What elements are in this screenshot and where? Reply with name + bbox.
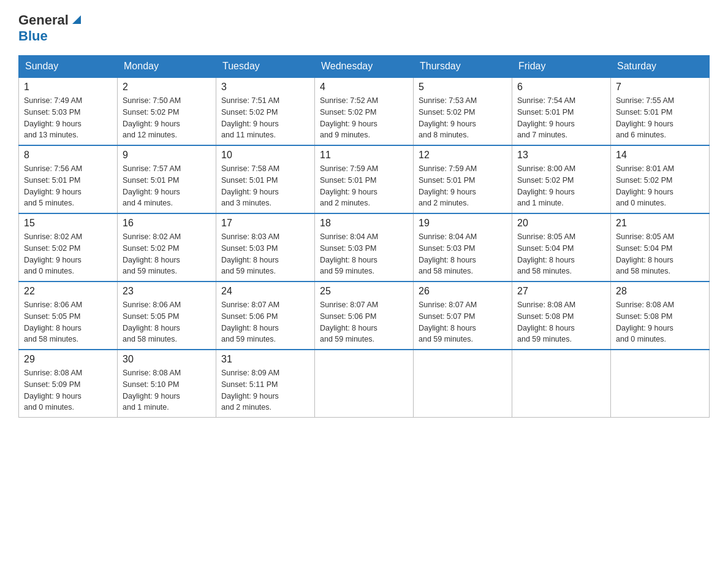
calendar-cell: 22 Sunrise: 8:06 AM Sunset: 5:05 PM Dayl… xyxy=(19,282,118,350)
weekday-header-wednesday: Wednesday xyxy=(315,56,414,78)
day-number: 24 xyxy=(221,286,309,297)
page-header: General Blue xyxy=(18,12,710,44)
day-info: Sunrise: 8:07 AM Sunset: 5:06 PM Dayligh… xyxy=(221,299,309,345)
calendar-cell: 14 Sunrise: 8:01 AM Sunset: 5:02 PM Dayl… xyxy=(611,145,710,213)
calendar-cell: 23 Sunrise: 8:06 AM Sunset: 5:05 PM Dayl… xyxy=(118,282,216,350)
week-row-5: 29 Sunrise: 8:08 AM Sunset: 5:09 PM Dayl… xyxy=(19,350,710,418)
day-number: 2 xyxy=(123,82,211,93)
day-info: Sunrise: 8:06 AM Sunset: 5:05 PM Dayligh… xyxy=(24,299,112,345)
day-number: 13 xyxy=(517,150,605,161)
day-number: 16 xyxy=(123,218,211,229)
calendar-cell xyxy=(414,350,512,418)
calendar-cell: 4 Sunrise: 7:52 AM Sunset: 5:02 PM Dayli… xyxy=(315,77,414,145)
day-info: Sunrise: 8:05 AM Sunset: 5:04 PM Dayligh… xyxy=(616,231,704,277)
day-info: Sunrise: 8:02 AM Sunset: 5:02 PM Dayligh… xyxy=(123,231,211,277)
calendar-cell: 13 Sunrise: 8:00 AM Sunset: 5:02 PM Dayl… xyxy=(512,145,611,213)
calendar-cell: 17 Sunrise: 8:03 AM Sunset: 5:03 PM Dayl… xyxy=(216,213,315,282)
day-number: 1 xyxy=(24,82,112,93)
day-info: Sunrise: 8:05 AM Sunset: 5:04 PM Dayligh… xyxy=(517,231,605,277)
calendar-cell: 16 Sunrise: 8:02 AM Sunset: 5:02 PM Dayl… xyxy=(118,213,216,282)
day-info: Sunrise: 8:04 AM Sunset: 5:03 PM Dayligh… xyxy=(320,231,408,277)
day-info: Sunrise: 8:08 AM Sunset: 5:08 PM Dayligh… xyxy=(616,299,704,345)
calendar-cell: 9 Sunrise: 7:57 AM Sunset: 5:01 PM Dayli… xyxy=(118,145,216,213)
calendar-cell: 18 Sunrise: 8:04 AM Sunset: 5:03 PM Dayl… xyxy=(315,213,414,282)
day-number: 18 xyxy=(320,218,408,229)
weekday-header-friday: Friday xyxy=(512,56,611,78)
week-row-3: 15 Sunrise: 8:02 AM Sunset: 5:02 PM Dayl… xyxy=(19,213,710,282)
calendar-cell: 26 Sunrise: 8:07 AM Sunset: 5:07 PM Dayl… xyxy=(414,282,512,350)
svg-marker-0 xyxy=(72,15,81,24)
day-info: Sunrise: 7:57 AM Sunset: 5:01 PM Dayligh… xyxy=(123,163,211,209)
calendar-cell: 28 Sunrise: 8:08 AM Sunset: 5:08 PM Dayl… xyxy=(611,282,710,350)
day-number: 7 xyxy=(616,82,704,93)
calendar-cell: 10 Sunrise: 7:58 AM Sunset: 5:01 PM Dayl… xyxy=(216,145,315,213)
day-info: Sunrise: 8:04 AM Sunset: 5:03 PM Dayligh… xyxy=(419,231,507,277)
weekday-header-thursday: Thursday xyxy=(414,56,512,78)
day-info: Sunrise: 8:08 AM Sunset: 5:09 PM Dayligh… xyxy=(24,367,112,413)
weekday-header-saturday: Saturday xyxy=(611,56,710,78)
day-info: Sunrise: 7:59 AM Sunset: 5:01 PM Dayligh… xyxy=(320,163,408,209)
day-number: 17 xyxy=(221,218,309,229)
calendar-cell: 6 Sunrise: 7:54 AM Sunset: 5:01 PM Dayli… xyxy=(512,77,611,145)
day-info: Sunrise: 7:58 AM Sunset: 5:01 PM Dayligh… xyxy=(221,163,309,209)
calendar-cell xyxy=(512,350,611,418)
day-info: Sunrise: 8:03 AM Sunset: 5:03 PM Dayligh… xyxy=(221,231,309,277)
day-info: Sunrise: 8:08 AM Sunset: 5:08 PM Dayligh… xyxy=(517,299,605,345)
calendar-cell: 29 Sunrise: 8:08 AM Sunset: 5:09 PM Dayl… xyxy=(19,350,118,418)
day-info: Sunrise: 7:59 AM Sunset: 5:01 PM Dayligh… xyxy=(419,163,507,209)
calendar-cell xyxy=(315,350,414,418)
calendar-cell: 8 Sunrise: 7:56 AM Sunset: 5:01 PM Dayli… xyxy=(19,145,118,213)
calendar-cell: 27 Sunrise: 8:08 AM Sunset: 5:08 PM Dayl… xyxy=(512,282,611,350)
day-number: 27 xyxy=(517,286,605,297)
day-number: 15 xyxy=(24,218,112,229)
day-number: 8 xyxy=(24,150,112,161)
calendar-table: SundayMondayTuesdayWednesdayThursdayFrid… xyxy=(18,55,710,418)
day-info: Sunrise: 7:51 AM Sunset: 5:02 PM Dayligh… xyxy=(221,95,309,141)
calendar-cell: 3 Sunrise: 7:51 AM Sunset: 5:02 PM Dayli… xyxy=(216,77,315,145)
calendar-cell: 19 Sunrise: 8:04 AM Sunset: 5:03 PM Dayl… xyxy=(414,213,512,282)
week-row-4: 22 Sunrise: 8:06 AM Sunset: 5:05 PM Dayl… xyxy=(19,282,710,350)
day-info: Sunrise: 8:00 AM Sunset: 5:02 PM Dayligh… xyxy=(517,163,605,209)
calendar-cell: 1 Sunrise: 7:49 AM Sunset: 5:03 PM Dayli… xyxy=(19,77,118,145)
calendar-cell: 25 Sunrise: 8:07 AM Sunset: 5:06 PM Dayl… xyxy=(315,282,414,350)
weekday-header-sunday: Sunday xyxy=(19,56,118,78)
day-info: Sunrise: 8:07 AM Sunset: 5:06 PM Dayligh… xyxy=(320,299,408,345)
calendar-cell: 7 Sunrise: 7:55 AM Sunset: 5:01 PM Dayli… xyxy=(611,77,710,145)
day-number: 21 xyxy=(616,218,704,229)
day-info: Sunrise: 7:49 AM Sunset: 5:03 PM Dayligh… xyxy=(24,95,112,141)
weekday-header-monday: Monday xyxy=(118,56,216,78)
day-number: 11 xyxy=(320,150,408,161)
day-number: 30 xyxy=(123,354,211,365)
day-number: 5 xyxy=(419,82,507,93)
day-info: Sunrise: 7:50 AM Sunset: 5:02 PM Dayligh… xyxy=(123,95,211,141)
week-row-1: 1 Sunrise: 7:49 AM Sunset: 5:03 PM Dayli… xyxy=(19,77,710,145)
calendar-cell: 24 Sunrise: 8:07 AM Sunset: 5:06 PM Dayl… xyxy=(216,282,315,350)
calendar-cell: 31 Sunrise: 8:09 AM Sunset: 5:11 PM Dayl… xyxy=(216,350,315,418)
day-number: 31 xyxy=(221,354,309,365)
day-number: 25 xyxy=(320,286,408,297)
day-number: 12 xyxy=(419,150,507,161)
day-number: 28 xyxy=(616,286,704,297)
calendar-cell: 12 Sunrise: 7:59 AM Sunset: 5:01 PM Dayl… xyxy=(414,145,512,213)
day-number: 26 xyxy=(419,286,507,297)
logo-triangle-icon xyxy=(70,13,83,26)
calendar-cell: 15 Sunrise: 8:02 AM Sunset: 5:02 PM Dayl… xyxy=(19,213,118,282)
day-number: 4 xyxy=(320,82,408,93)
day-number: 23 xyxy=(123,286,211,297)
logo: General Blue xyxy=(18,12,83,44)
day-info: Sunrise: 7:54 AM Sunset: 5:01 PM Dayligh… xyxy=(517,95,605,141)
day-info: Sunrise: 8:07 AM Sunset: 5:07 PM Dayligh… xyxy=(419,299,507,345)
day-number: 19 xyxy=(419,218,507,229)
day-info: Sunrise: 7:56 AM Sunset: 5:01 PM Dayligh… xyxy=(24,163,112,209)
day-info: Sunrise: 8:09 AM Sunset: 5:11 PM Dayligh… xyxy=(221,367,309,413)
day-number: 10 xyxy=(221,150,309,161)
day-info: Sunrise: 7:52 AM Sunset: 5:02 PM Dayligh… xyxy=(320,95,408,141)
calendar-cell xyxy=(611,350,710,418)
day-info: Sunrise: 8:01 AM Sunset: 5:02 PM Dayligh… xyxy=(616,163,704,209)
day-number: 9 xyxy=(123,150,211,161)
day-number: 14 xyxy=(616,150,704,161)
calendar-cell: 20 Sunrise: 8:05 AM Sunset: 5:04 PM Dayl… xyxy=(512,213,611,282)
day-number: 6 xyxy=(517,82,605,93)
day-info: Sunrise: 8:02 AM Sunset: 5:02 PM Dayligh… xyxy=(24,231,112,277)
day-number: 29 xyxy=(24,354,112,365)
